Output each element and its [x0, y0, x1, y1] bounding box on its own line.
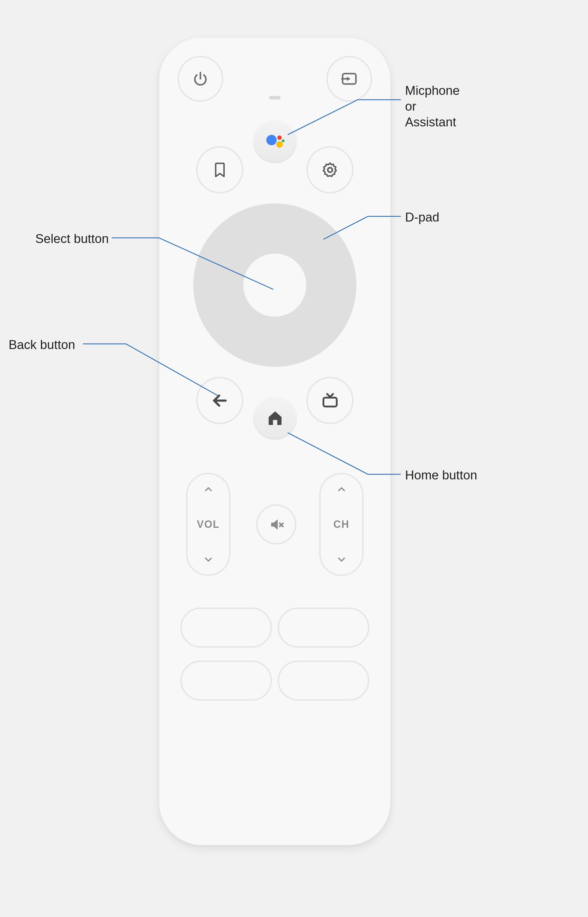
channel-label: CH [333, 518, 349, 530]
settings-button[interactable] [306, 146, 354, 193]
app-shortcut-4[interactable] [278, 661, 369, 701]
svg-point-5 [328, 168, 332, 172]
bookmark-button[interactable] [196, 146, 243, 193]
power-button[interactable] [178, 56, 223, 102]
settings-icon [321, 161, 339, 178]
annotation-assistant: Micphone or Assistant [405, 83, 460, 130]
remote-body: VOL CH [159, 37, 391, 845]
assistant-button[interactable] [253, 119, 297, 164]
bookmark-icon [213, 161, 227, 178]
chevron-down-icon [204, 554, 213, 564]
tv-icon [321, 392, 339, 410]
app-shortcut-1[interactable] [180, 608, 272, 648]
app-shortcut-3[interactable] [180, 661, 272, 701]
home-button[interactable] [253, 395, 297, 440]
select-button[interactable] [243, 254, 306, 317]
volume-label: VOL [197, 518, 220, 530]
home-icon [267, 409, 284, 426]
input-button[interactable] [326, 56, 372, 102]
channel-rocker[interactable]: CH [319, 473, 363, 576]
status-led [269, 96, 281, 99]
chevron-up-icon [204, 484, 213, 494]
app-shortcut-2[interactable] [278, 608, 369, 648]
annotation-home: Home button [405, 467, 477, 483]
svg-point-2 [277, 135, 281, 139]
svg-rect-6 [323, 397, 337, 407]
svg-point-4 [282, 139, 284, 142]
volume-rocker[interactable]: VOL [186, 473, 231, 576]
annotation-select: Select button [8, 231, 109, 246]
svg-point-3 [276, 141, 283, 147]
annotation-dpad: D-pad [405, 209, 439, 225]
tv-button[interactable] [306, 377, 354, 424]
mute-button[interactable] [256, 504, 296, 544]
input-icon [340, 70, 358, 88]
annotation-back: Back button [8, 337, 75, 352]
assistant-icon [265, 131, 285, 151]
chevron-down-icon [337, 554, 346, 564]
back-button[interactable] [196, 377, 243, 424]
mute-icon [268, 517, 284, 533]
back-arrow-icon [211, 392, 228, 409]
power-icon [192, 70, 209, 87]
chevron-up-icon [337, 484, 346, 494]
svg-point-1 [266, 134, 276, 145]
